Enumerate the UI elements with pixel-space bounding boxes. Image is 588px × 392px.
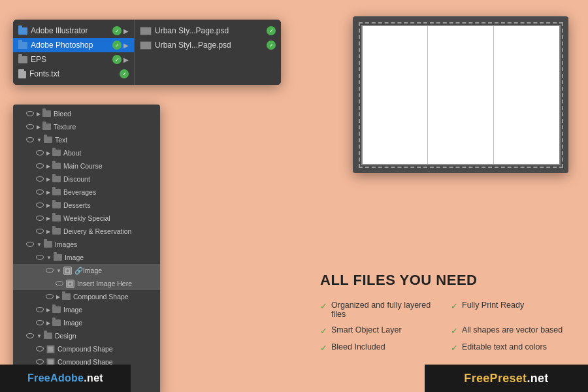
check-icon: ✓ (451, 326, 458, 336)
file-item-eps[interactable]: EPS ✓ ▶ (13, 52, 134, 67)
feature-text: Bleed Included (331, 342, 385, 351)
eye-icon (36, 176, 44, 182)
layer-item-text[interactable]: ▼ Text (13, 133, 160, 146)
layer-label: Bleed (54, 110, 71, 118)
file-label: Adobe Illustrator (31, 26, 88, 35)
check-icon: ✓ (112, 26, 122, 35)
check-icon: ✓ (112, 55, 122, 64)
file-item-photoshop[interactable]: Adobe Photoshop ✓ ▶ (13, 38, 134, 52)
layer-item-delivery[interactable]: ▶ Deivery & Reservation (13, 225, 160, 238)
check-icon: ✓ (120, 69, 129, 78)
layer-item-images[interactable]: ▼ Images (13, 238, 160, 251)
chevron-icon: ▶ (46, 163, 50, 169)
preview-col-1 (363, 26, 429, 164)
eye-icon (36, 255, 44, 261)
banner-tld-right: .net (527, 372, 548, 385)
file-item-illustrator[interactable]: Adobe Illustrator ✓ ▶ (13, 24, 134, 38)
arrow-icon: ▶ (123, 27, 129, 35)
file-label: Fonts.txt (29, 69, 59, 78)
layer-label: Images (55, 240, 77, 248)
chevron-icon: ▶ (46, 216, 50, 221)
layer-folder-icon (42, 110, 51, 117)
file-item-fonts[interactable]: Fonts.txt ✓ (13, 67, 134, 81)
folder-icon (18, 27, 27, 35)
layer-label: Image (63, 306, 82, 314)
layer-item-discount[interactable]: ▶ Discount (13, 172, 160, 186)
eye-icon (36, 320, 44, 326)
layer-label: Design (55, 332, 76, 340)
layer-label: Main Course (63, 162, 103, 170)
layer-item-beverages[interactable]: ▶ Beverages (13, 186, 160, 199)
layer-item-design[interactable]: ▼ Design (13, 329, 160, 342)
eye-icon (26, 242, 34, 248)
chevron-icon: ▶ (46, 189, 50, 195)
layer-label-text: Image (83, 267, 102, 274)
chevron-icon: ▶ (37, 124, 41, 130)
feature-item-organized: ✓ Organized and fully layered files (320, 301, 438, 319)
smart-object-icon (63, 267, 72, 275)
chevron-icon: ▶ (46, 229, 50, 235)
layer-folder-icon (52, 202, 61, 208)
layer-item-desserts[interactable]: ▶ Desserts (13, 199, 160, 212)
layer-item-bleed[interactable]: ▶ Bleed (13, 107, 160, 120)
layer-label: About (63, 149, 81, 157)
layer-item-insert-image[interactable]: Insert Image Here (13, 277, 160, 290)
layer-item-image3[interactable]: ▶ Image (13, 316, 160, 329)
feature-item-smart-object: ✓ Smart Object Layer (320, 325, 438, 336)
layer-item-compound-2[interactable]: Compound Shape (13, 342, 160, 355)
chevron-icon: ▼ (37, 137, 42, 143)
check-icon: ✓ (451, 343, 458, 353)
psd-thumb (140, 41, 152, 50)
layer-folder-icon (52, 150, 61, 156)
layer-label: Image (63, 319, 82, 327)
file-label: Urban Sty...Page.psd (155, 26, 229, 35)
layer-item-image-l2[interactable]: ▼ Image (13, 251, 160, 264)
feature-item-bleed: ✓ Bleed Included (320, 342, 438, 353)
layer-item-image2[interactable]: ▶ Image (13, 303, 160, 316)
chevron-icon: ▼ (56, 268, 61, 274)
folder-icon (18, 42, 27, 49)
layer-label: Deivery & Reservation (63, 227, 131, 235)
file-item-psd2[interactable]: Urban Styl...Page.psd ✓ (135, 38, 281, 52)
feature-text: Smart Object Layer (331, 325, 402, 335)
layer-item-image-smart[interactable]: ▼ 🔗 Image (13, 264, 160, 277)
check-icon: ✓ (320, 301, 327, 311)
layer-folder-icon (62, 293, 71, 300)
eye-icon (46, 294, 54, 300)
chevron-icon: ▶ (46, 176, 50, 182)
eye-icon (46, 268, 54, 274)
layer-item-about[interactable]: ▶ About (13, 146, 160, 159)
layer-label: Weekly Special (63, 214, 110, 222)
eye-icon (36, 216, 44, 221)
layer-item-main-course[interactable]: ▶ Main Course (13, 159, 160, 172)
freeadobe-banner: FreeAdobe.net (0, 365, 131, 392)
svg-rect-4 (48, 346, 54, 352)
eye-icon (36, 150, 44, 156)
layer-folder-icon (44, 333, 52, 339)
folder-icon (18, 56, 27, 63)
preview-col-2 (428, 26, 494, 164)
layer-folder-icon (52, 306, 61, 313)
preview-panel (353, 16, 568, 173)
features-title: ALL FILES YOU NEED (320, 272, 568, 289)
chevron-icon: ▶ (46, 320, 50, 326)
eye-icon (36, 346, 44, 352)
layer-folder-icon (52, 228, 61, 235)
layer-folder-icon (52, 176, 61, 182)
layer-folder-icon (54, 254, 62, 261)
feature-text: Fully Print Ready (462, 301, 524, 310)
chevron-icon: ▶ (46, 203, 50, 208)
layers-panel: ▶ Bleed ▶ Texture ▼ Text ▶ About ▶ Main … (13, 105, 160, 392)
smart-object-icon (66, 280, 74, 288)
layer-label: 🔗 (74, 267, 83, 275)
layer-item-compound-1[interactable]: ▶ Compound Shape (13, 290, 160, 303)
layer-item-texture[interactable]: ▶ Texture (13, 120, 160, 133)
arrow-icon: ▶ (123, 42, 129, 49)
file-item-psd1[interactable]: Urban Sty...Page.psd ✓ (135, 24, 281, 38)
eye-icon (56, 281, 63, 287)
eye-icon (36, 203, 44, 208)
doc-icon (18, 69, 26, 78)
feature-item-editable: ✓ Editable text and colors (451, 342, 568, 353)
layer-item-weekly-special[interactable]: ▶ Weekly Special (13, 212, 160, 225)
preview-col-3 (494, 26, 559, 164)
